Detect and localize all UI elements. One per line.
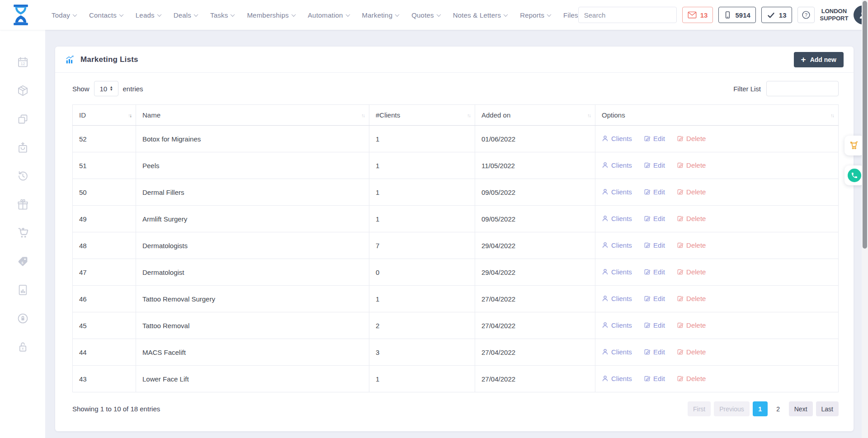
nav-item-deals[interactable]: Deals (174, 11, 198, 19)
edit-link[interactable]: Edit (644, 135, 665, 142)
delete-link[interactable]: Delete (677, 321, 706, 329)
delete-link[interactable]: Delete (677, 348, 706, 356)
clients-link[interactable]: Clients (602, 215, 632, 222)
clients-link[interactable]: Clients (602, 188, 632, 196)
show-label: Show (72, 85, 90, 93)
nav-item-quotes[interactable]: Quotes (411, 11, 440, 19)
add-new-button[interactable]: Add new (794, 52, 844, 67)
clients-link[interactable]: Clients (602, 241, 632, 249)
edit-icon (644, 135, 651, 142)
scrollbar (862, 0, 868, 438)
cell-options: Clients Edit Delete (595, 286, 839, 312)
delete-icon (677, 349, 684, 355)
pagination-last-button[interactable]: Last (816, 401, 839, 416)
nav-item-notes-letters[interactable]: Notes & Letters (453, 11, 507, 19)
phone-circle (848, 169, 861, 182)
edit-link[interactable]: Edit (644, 321, 665, 329)
cart-icon[interactable] (17, 227, 29, 239)
pagination-previous-button[interactable]: Previous (714, 401, 749, 416)
lock-icon[interactable] (17, 341, 29, 353)
edit-link[interactable]: Edit (644, 268, 665, 276)
column-header-added-on[interactable]: Added on (475, 105, 595, 126)
chevron-down-icon (119, 12, 123, 17)
nav-item-tasks[interactable]: Tasks (210, 11, 234, 19)
history-icon[interactable] (17, 170, 29, 182)
edit-link[interactable]: Edit (644, 215, 665, 222)
column-header-options[interactable]: Options (595, 105, 839, 126)
pagination-page-1-button[interactable]: 1 (753, 401, 768, 416)
delete-link[interactable]: Delete (677, 295, 706, 302)
column-header-clients[interactable]: #Clients (369, 105, 475, 126)
nav-item-label: Files (563, 11, 578, 19)
report-icon[interactable] (17, 284, 29, 296)
delete-icon (677, 322, 684, 329)
cell-options: Clients Edit Delete (595, 366, 839, 392)
gift-icon[interactable] (17, 198, 29, 211)
shopping-bag-icon[interactable] (17, 141, 29, 154)
nav-item-today[interactable]: Today (52, 11, 76, 19)
clients-link[interactable]: Clients (602, 375, 632, 382)
column-header-name[interactable]: Name (136, 105, 369, 126)
clients-link[interactable]: Clients (602, 321, 632, 329)
nav-item-reports[interactable]: Reports (520, 11, 551, 19)
pagination-page-2-button[interactable]: 2 (771, 401, 786, 416)
chevron-down-icon (395, 12, 400, 17)
nav-item-leads[interactable]: Leads (136, 11, 161, 19)
nav-item-contacts[interactable]: Contacts (89, 11, 123, 19)
edit-link[interactable]: Edit (644, 241, 665, 249)
package-icon[interactable] (17, 85, 29, 97)
edit-icon (644, 188, 651, 195)
edit-link[interactable]: Edit (644, 188, 665, 196)
app-logo-hourglass-icon[interactable] (8, 2, 33, 28)
scrollbar-thumb[interactable] (863, 1, 867, 249)
person-icon (602, 268, 609, 275)
cell-clients: 0 (369, 259, 475, 286)
cell-options: Clients Edit Delete (595, 126, 839, 152)
table-row: 51 Peels 1 11/05/2022 Clients Edit (73, 152, 839, 179)
pagination-next-button[interactable]: Next (789, 401, 813, 416)
person-icon (602, 215, 609, 222)
page-length-select[interactable]: 10 (94, 81, 118, 96)
copy-icon[interactable] (17, 113, 29, 125)
edit-link[interactable]: Edit (644, 375, 665, 382)
delete-link[interactable]: Delete (677, 188, 706, 196)
clients-link[interactable]: Clients (602, 135, 632, 142)
cell-name: Tattoo Removal Surgery (136, 286, 369, 312)
price-tag-icon[interactable]: $ (17, 255, 29, 268)
cell-name: Peels (136, 152, 369, 179)
edit-link[interactable]: Edit (644, 161, 665, 169)
nav-item-files[interactable]: Files (563, 11, 578, 19)
cart-icon (849, 140, 860, 151)
nav-item-marketing[interactable]: Marketing (362, 11, 399, 19)
delete-link[interactable]: Delete (677, 215, 706, 222)
pagination-first-button[interactable]: First (688, 401, 711, 416)
cell-options: Clients Edit Delete (595, 312, 839, 339)
delete-link[interactable]: Delete (677, 161, 706, 169)
clients-link[interactable]: Clients (602, 161, 632, 169)
phone-badge[interactable]: 5914 (718, 7, 755, 23)
nav-item-memberships[interactable]: Memberships (247, 11, 295, 19)
delete-link[interactable]: Delete (677, 375, 706, 382)
delete-link[interactable]: Delete (677, 135, 706, 142)
mail-badge[interactable]: 13 (682, 7, 713, 23)
column-header-id[interactable]: ID (73, 105, 136, 126)
calendar-icon[interactable]: 12 (17, 56, 29, 68)
search-input[interactable] (579, 11, 677, 19)
delete-link[interactable]: Delete (677, 241, 706, 249)
account-lock-icon[interactable] (17, 312, 29, 325)
cell-added-on: 11/05/2022 (475, 152, 595, 179)
phone-icon (851, 172, 858, 179)
help-button[interactable]: ? (797, 7, 815, 23)
filter-input[interactable] (766, 81, 839, 96)
person-icon (602, 295, 609, 302)
edit-link[interactable]: Edit (644, 295, 665, 302)
delete-link[interactable]: Delete (677, 268, 706, 276)
clients-link[interactable]: Clients (602, 268, 632, 276)
clients-link[interactable]: Clients (602, 348, 632, 356)
edit-icon (644, 322, 651, 329)
edit-link[interactable]: Edit (644, 348, 665, 356)
nav-item-automation[interactable]: Automation (308, 11, 349, 19)
clients-link[interactable]: Clients (602, 295, 632, 302)
check-badge[interactable]: 13 (761, 7, 792, 23)
cell-added-on: 27/04/2022 (475, 366, 595, 392)
